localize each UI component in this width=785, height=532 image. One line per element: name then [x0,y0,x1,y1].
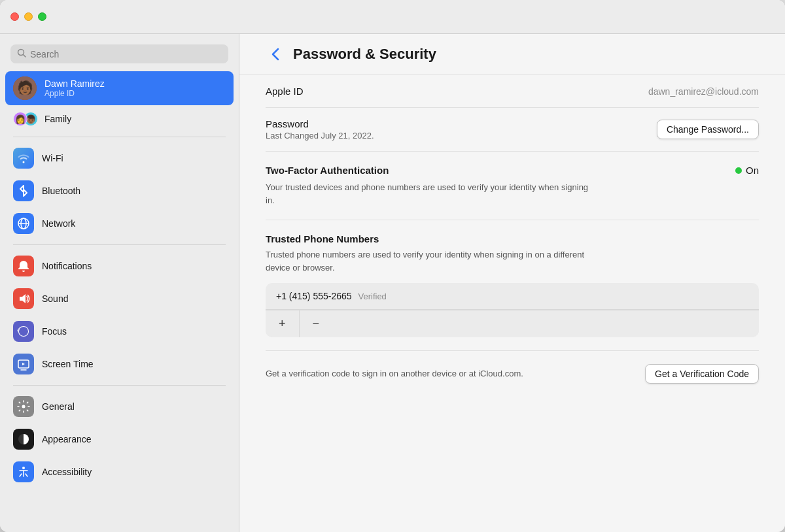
phone-list: +1 (415) 555-2665 Verified + − [266,283,759,337]
apple-id-value: dawn_ramirez@icloud.com [648,86,759,97]
sidebar-divider-2 [13,244,226,245]
two-factor-status: On [735,165,759,176]
verified-badge: Verified [358,291,386,301]
sidebar-item-label: Dawn Ramirez [44,78,105,89]
sidebar-item-accessibility[interactable]: Accessibility [5,456,234,488]
sidebar-item-text: Family [44,114,71,124]
trusted-phones-section: Trusted Phone Numbers Trusted phone numb… [266,220,759,351]
notifications-icon [13,256,34,276]
svg-marker-7 [20,294,26,303]
main-body: Apple ID dawn_ramirez@icloud.com Passwor… [239,75,785,423]
family-avatar-1: 👩 [13,112,27,126]
sidebar-item-label: Screen Time [42,359,94,369]
status-on-label: On [746,165,759,176]
accessibility-icon [13,461,34,482]
phone-actions: + − [266,310,759,337]
password-sublabel: Last Changed July 21, 2022. [266,131,374,141]
minimize-button[interactable] [24,12,33,21]
search-bar[interactable] [10,44,228,63]
sidebar: 🧑🏾 Dawn Ramirez Apple ID 👩 👦🏾 Family [0,0,239,532]
sidebar-item-label: Focus [42,326,67,337]
two-factor-label: Two-Factor Authentication [266,165,389,176]
sidebar-item-wifi[interactable]: Wi-Fi [5,142,234,174]
svg-point-10 [22,405,26,408]
appearance-icon [13,429,34,450]
main-header: Password & Security [239,34,785,75]
two-factor-desc: Your trusted devices and phone numbers a… [266,181,593,207]
change-password-button[interactable]: Change Password... [657,120,759,139]
bluetooth-icon [13,180,34,201]
page-title: Password & Security [293,46,436,63]
apple-id-row: Apple ID dawn_ramirez@icloud.com [266,75,759,108]
sidebar-divider-3 [13,385,226,386]
password-label: Password [266,118,374,129]
sidebar-item-network[interactable]: Network [5,208,234,239]
verification-row: Get a verification code to sign in on an… [266,351,759,397]
verification-text: Get a verification code to sign in on an… [266,367,632,380]
sidebar-item-dawn-ramirez[interactable]: 🧑🏾 Dawn Ramirez Apple ID [5,71,234,105]
maximize-button[interactable] [38,12,46,21]
sidebar-item-label: Sound [42,293,68,304]
trusted-phones-title: Trusted Phone Numbers [266,233,759,244]
traffic-lights [10,12,46,21]
sound-icon [13,288,34,309]
add-phone-button[interactable]: + [266,310,300,337]
get-verification-code-button[interactable]: Get a Verification Code [645,364,759,384]
search-input[interactable] [30,49,222,59]
system-preferences-window: 🧑🏾 Dawn Ramirez Apple ID 👩 👦🏾 Family [0,0,785,532]
sidebar-content: 🧑🏾 Dawn Ramirez Apple ID 👩 👦🏾 Family [0,34,239,497]
sidebar-item-label: Wi-Fi [42,153,63,163]
avatar: 🧑🏾 [13,76,37,100]
phone-number: +1 (415) 555-2665 [276,291,352,301]
sidebar-divider [13,137,226,137]
sidebar-item-screen-time[interactable]: Screen Time [5,348,234,380]
wifi-icon [13,148,34,169]
apple-id-label: Apple ID [266,86,304,97]
general-icon [13,396,34,417]
svg-point-12 [22,467,25,469]
network-icon [13,213,34,234]
sidebar-item-label: Bluetooth [42,186,80,196]
password-row: Password Last Changed July 21, 2022. Cha… [266,108,759,152]
sidebar-item-bluetooth[interactable]: Bluetooth [5,175,234,207]
sidebar-item-general[interactable]: General [5,391,234,422]
sidebar-item-sound[interactable]: Sound [5,283,234,314]
sidebar-item-label: Accessibility [42,467,92,477]
search-icon [17,48,26,59]
sidebar-item-appearance[interactable]: Appearance [5,424,234,455]
close-button[interactable] [10,12,19,21]
focus-icon [13,321,34,342]
sidebar-item-label: Notifications [42,261,92,271]
status-dot [735,167,742,174]
sidebar-item-label: General [42,401,75,412]
sidebar-item-sublabel: Apple ID [44,89,105,98]
screen-time-icon [13,354,34,374]
remove-phone-button[interactable]: − [300,310,333,337]
svg-text:🧑🏾: 🧑🏾 [17,80,33,95]
svg-line-1 [24,55,26,58]
trusted-phones-desc: Trusted phone numbers are used to verify… [266,248,593,274]
sidebar-item-focus[interactable]: Focus [5,316,234,347]
sidebar-item-notifications[interactable]: Notifications [5,250,234,282]
sidebar-item-family[interactable]: 👩 👦🏾 Family [5,107,234,131]
two-factor-section: Two-Factor Authentication On Your truste… [266,152,759,220]
sidebar-item-label: Family [44,114,71,124]
title-bar [0,0,785,34]
family-avatars: 👩 👦🏾 [13,112,37,126]
two-factor-top: Two-Factor Authentication On [266,165,759,176]
sidebar-item-label: Network [42,218,75,229]
sidebar-item-label: Appearance [42,434,92,444]
sidebar-item-text: Dawn Ramirez Apple ID [44,78,105,98]
back-button[interactable] [266,44,285,64]
phone-entry: +1 (415) 555-2665 Verified [266,283,759,310]
main-content: Password & Security Apple ID dawn_ramire… [239,0,785,532]
password-info: Password Last Changed July 21, 2022. [266,118,374,141]
